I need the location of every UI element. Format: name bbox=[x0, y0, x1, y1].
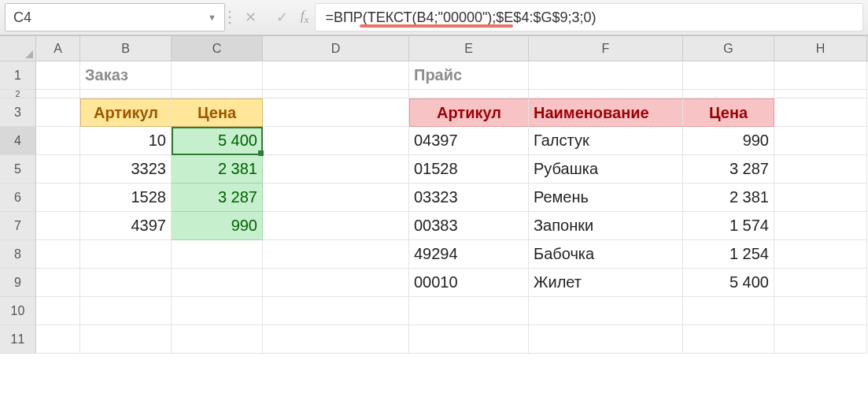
cell-E4[interactable]: 04397 bbox=[409, 127, 529, 155]
cell-D4[interactable] bbox=[263, 127, 409, 155]
col-header-B[interactable]: B bbox=[80, 36, 172, 61]
col-header-F[interactable]: F bbox=[529, 36, 683, 61]
row-header-8[interactable]: 8 bbox=[0, 240, 36, 269]
cell-C10[interactable] bbox=[172, 297, 263, 325]
cell-C6[interactable]: 3 287 bbox=[172, 184, 263, 212]
cell-E9[interactable]: 00010 bbox=[409, 269, 529, 297]
cell-G4[interactable]: 990 bbox=[683, 127, 774, 155]
cell-H6[interactable] bbox=[774, 184, 867, 212]
cell-B9[interactable] bbox=[80, 269, 172, 297]
cell-A10[interactable] bbox=[36, 297, 80, 325]
cell-F6[interactable]: Ремень bbox=[529, 184, 683, 212]
row-header-2[interactable]: 2 bbox=[0, 90, 36, 98]
row-header-4[interactable]: 4 bbox=[0, 127, 36, 155]
cell-E1[interactable]: Прайс bbox=[409, 61, 529, 90]
cell-G1[interactable] bbox=[683, 61, 774, 90]
cell-F4[interactable]: Галстук bbox=[529, 127, 683, 155]
col-header-E[interactable]: E bbox=[409, 36, 529, 61]
cell-E3[interactable]: Артикул bbox=[409, 98, 529, 127]
cell-E5[interactable]: 01528 bbox=[409, 155, 529, 184]
cell-E7[interactable]: 00383 bbox=[409, 212, 529, 240]
cell-B11[interactable] bbox=[80, 325, 172, 354]
cell-D2[interactable] bbox=[263, 90, 409, 98]
cell-A5[interactable] bbox=[36, 155, 80, 184]
cell-C4[interactable]: 5 400 bbox=[172, 127, 263, 155]
cell-D9[interactable] bbox=[263, 269, 409, 297]
cell-A11[interactable] bbox=[36, 325, 80, 354]
row-header-6[interactable]: 6 bbox=[0, 184, 36, 212]
row-header-3[interactable]: 3 bbox=[0, 98, 36, 127]
cell-G8[interactable]: 1 254 bbox=[683, 240, 774, 269]
cell-C1[interactable] bbox=[172, 61, 263, 90]
cell-C3[interactable]: Цена bbox=[172, 98, 263, 127]
cell-H7[interactable] bbox=[774, 212, 867, 240]
row-header-5[interactable]: 5 bbox=[0, 155, 36, 184]
cell-B8[interactable] bbox=[80, 240, 172, 269]
cell-H11[interactable] bbox=[774, 325, 867, 354]
cell-A8[interactable] bbox=[36, 240, 80, 269]
cell-D6[interactable] bbox=[263, 184, 409, 212]
cell-F3[interactable]: Наименование bbox=[529, 98, 683, 127]
row-header-9[interactable]: 9 bbox=[0, 269, 36, 297]
cell-D1[interactable] bbox=[263, 61, 409, 90]
cell-D3[interactable] bbox=[263, 98, 409, 127]
cell-G7[interactable]: 1 574 bbox=[683, 212, 774, 240]
cell-E6[interactable]: 03323 bbox=[409, 184, 529, 212]
cell-F7[interactable]: Запонки bbox=[529, 212, 683, 240]
cell-F2[interactable] bbox=[529, 90, 683, 98]
cell-C11[interactable] bbox=[172, 325, 263, 354]
cell-B1[interactable]: Заказ bbox=[80, 61, 172, 90]
cell-F9[interactable]: Жилет bbox=[529, 269, 683, 297]
col-header-C[interactable]: C bbox=[172, 36, 263, 61]
cell-A3[interactable] bbox=[36, 98, 80, 127]
cell-H8[interactable] bbox=[774, 240, 867, 269]
cell-B4[interactable]: 10 bbox=[80, 127, 172, 155]
col-header-G[interactable]: G bbox=[683, 36, 774, 61]
cell-A7[interactable] bbox=[36, 212, 80, 240]
cell-G9[interactable]: 5 400 bbox=[683, 269, 774, 297]
cell-A2[interactable] bbox=[36, 90, 80, 98]
formula-input[interactable]: =ВПР(ТЕКСТ(B4;"00000");$E$4:$G$9;3;0) bbox=[315, 3, 863, 32]
row-header-11[interactable]: 11 bbox=[0, 325, 36, 354]
cell-B6[interactable]: 1528 bbox=[80, 184, 172, 212]
cell-A1[interactable] bbox=[36, 61, 80, 90]
cell-C7[interactable]: 990 bbox=[172, 212, 263, 240]
cell-H1[interactable] bbox=[774, 61, 867, 90]
cell-H3[interactable] bbox=[774, 98, 867, 127]
cell-C2[interactable] bbox=[172, 90, 263, 98]
cell-H4[interactable] bbox=[774, 127, 867, 155]
name-box-resize-handle[interactable] bbox=[225, 6, 235, 28]
confirm-formula-button[interactable]: ✓ bbox=[266, 3, 297, 32]
cell-G2[interactable] bbox=[683, 90, 774, 98]
col-header-A[interactable]: A bbox=[36, 36, 80, 61]
cell-H2[interactable] bbox=[774, 90, 867, 98]
cell-E10[interactable] bbox=[409, 297, 529, 325]
cell-B10[interactable] bbox=[80, 297, 172, 325]
cell-H10[interactable] bbox=[774, 297, 867, 325]
insert-function-button[interactable]: fx bbox=[297, 3, 315, 32]
cell-C9[interactable] bbox=[172, 269, 263, 297]
cell-C8[interactable] bbox=[172, 240, 263, 269]
cell-B3[interactable]: Артикул bbox=[80, 98, 172, 127]
cell-D7[interactable] bbox=[263, 212, 409, 240]
select-all-corner[interactable] bbox=[0, 36, 36, 61]
col-header-D[interactable]: D bbox=[263, 36, 409, 61]
row-header-7[interactable]: 7 bbox=[0, 212, 36, 240]
cell-A6[interactable] bbox=[36, 184, 80, 212]
cell-B2[interactable] bbox=[80, 90, 172, 98]
cell-H9[interactable] bbox=[774, 269, 867, 297]
cell-D10[interactable] bbox=[263, 297, 409, 325]
cell-F10[interactable] bbox=[529, 297, 683, 325]
cell-A4[interactable] bbox=[36, 127, 80, 155]
row-header-1[interactable]: 1 bbox=[0, 61, 36, 90]
cell-G6[interactable]: 2 381 bbox=[683, 184, 774, 212]
cell-B5[interactable]: 3323 bbox=[80, 155, 172, 184]
name-box[interactable]: C4 ▼ bbox=[5, 3, 225, 32]
cell-A9[interactable] bbox=[36, 269, 80, 297]
cell-D5[interactable] bbox=[263, 155, 409, 184]
cell-E11[interactable] bbox=[409, 325, 529, 354]
col-header-H[interactable]: H bbox=[774, 36, 867, 61]
cell-H5[interactable] bbox=[774, 155, 867, 184]
cell-F1[interactable] bbox=[529, 61, 683, 90]
cell-D8[interactable] bbox=[263, 240, 409, 269]
